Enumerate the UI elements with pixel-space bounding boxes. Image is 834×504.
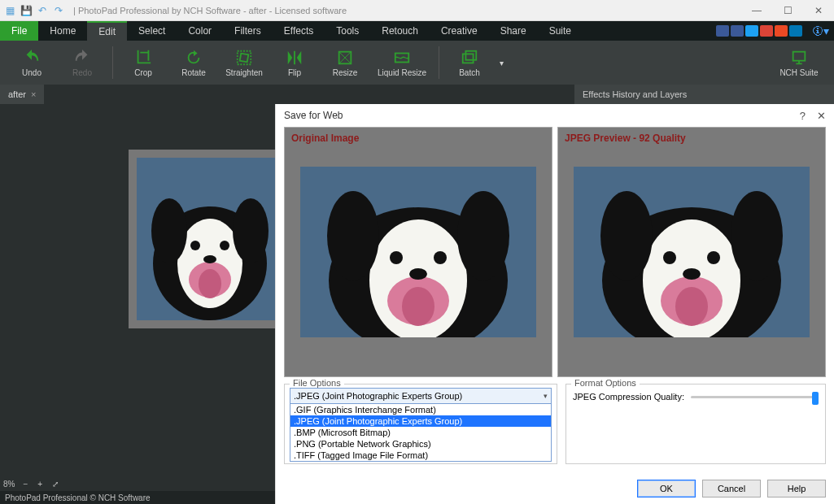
ok-button[interactable]: OK xyxy=(637,480,696,497)
format-options-legend: Format Options xyxy=(571,378,640,388)
maximize-button[interactable]: ☐ xyxy=(772,0,803,21)
svg-point-23 xyxy=(402,287,434,326)
svg-point-13 xyxy=(199,269,221,298)
help-icon[interactable]: 🛈▾ xyxy=(807,21,834,41)
help-button[interactable]: Help xyxy=(767,480,826,497)
zoom-bar: 8% − + ⤢ xyxy=(0,476,163,491)
menu-share[interactable]: Share xyxy=(489,21,538,41)
original-image xyxy=(300,167,536,337)
minimize-button[interactable]: — xyxy=(741,0,772,21)
zoom-out-button[interactable]: − xyxy=(21,480,29,489)
menu-select[interactable]: Select xyxy=(127,21,177,41)
flip-button[interactable]: Flip xyxy=(269,49,320,77)
format-option-png[interactable]: .PNG (Portable Network Graphics) xyxy=(290,438,551,450)
menu-home[interactable]: Home xyxy=(38,21,87,41)
liquid-resize-button[interactable]: Liquid Resize xyxy=(370,49,434,77)
svg-point-30 xyxy=(600,191,653,280)
ribbon-label: Straighten xyxy=(225,68,263,77)
svg-point-15 xyxy=(220,241,229,250)
resize-button[interactable]: Resize xyxy=(320,49,370,77)
format-option-bmp[interactable]: .BMP (Microsoft Bitmap) xyxy=(290,427,551,438)
menu-suite[interactable]: Suite xyxy=(538,21,583,41)
dialog-titlebar: Save for Web ? ✕ xyxy=(276,104,834,127)
zoom-in-button[interactable]: + xyxy=(36,480,44,489)
redo-icon[interactable]: ↷ xyxy=(52,4,65,17)
separator xyxy=(439,46,439,79)
resize-icon xyxy=(336,49,354,67)
document-tab[interactable]: after × xyxy=(0,85,44,104)
zoom-fit-button[interactable]: ⤢ xyxy=(50,480,60,489)
quick-access-toolbar: ▦ 💾 ↶ ↷ xyxy=(0,4,68,17)
ribbon-dropdown[interactable]: ▾ xyxy=(495,59,509,67)
like-icon[interactable] xyxy=(716,25,729,37)
save-icon[interactable]: 💾 xyxy=(20,4,33,17)
nch-suite-button[interactable]: NCH Suite xyxy=(771,49,827,77)
ribbon-label: Batch xyxy=(459,68,480,77)
stumbleupon-icon[interactable] xyxy=(775,25,788,37)
crop-button[interactable]: Crop xyxy=(118,49,168,77)
menu-creative[interactable]: Creative xyxy=(430,21,489,41)
twitter-icon[interactable] xyxy=(745,25,758,37)
app-title: | PhotoPad Professional by NCH Software … xyxy=(73,6,347,15)
format-options-group: Format Options JPEG Compression Quality: xyxy=(565,384,826,464)
batch-button[interactable]: Batch xyxy=(444,49,495,77)
original-caption: Original Image xyxy=(291,133,359,144)
menu-edit[interactable]: Edit xyxy=(87,21,127,41)
menu-effects[interactable]: Effects xyxy=(273,21,325,41)
combobox-value: .JPEG (Joint Photographic Experts Group) xyxy=(294,391,462,401)
options-row: File Options .JPEG (Joint Photographic E… xyxy=(276,377,834,464)
dialog-title: Save for Web xyxy=(284,110,343,121)
window-controls: — ☐ ✕ xyxy=(741,0,834,21)
app-menu-icon[interactable]: ▦ xyxy=(3,4,16,17)
straighten-button[interactable]: Straighten xyxy=(219,49,269,77)
social-icons xyxy=(711,21,807,41)
menu-retouch[interactable]: Retouch xyxy=(370,21,430,41)
menu-file[interactable]: File xyxy=(0,21,38,41)
file-options-group: File Options .JPEG (Joint Photographic E… xyxy=(284,384,557,464)
suite-icon xyxy=(790,49,808,67)
document-tab-label: after xyxy=(8,89,26,99)
svg-rect-5 xyxy=(465,50,476,59)
linkedin-icon[interactable] xyxy=(789,25,802,37)
ribbon-label: Rotate xyxy=(181,68,205,77)
format-option-tiff[interactable]: .TIFF (Tagged Image File Format) xyxy=(290,450,551,461)
close-button[interactable]: ✕ xyxy=(803,0,834,21)
menu-color[interactable]: Color xyxy=(177,21,223,41)
menu-tools[interactable]: Tools xyxy=(325,21,370,41)
googleplus-icon[interactable] xyxy=(760,25,773,37)
cancel-button[interactable]: Cancel xyxy=(702,480,761,497)
ribbon-label: Crop xyxy=(134,68,152,77)
facebook-icon[interactable] xyxy=(731,25,744,37)
svg-point-25 xyxy=(434,251,447,264)
rotate-icon xyxy=(185,49,203,67)
rotate-button[interactable]: Rotate xyxy=(168,49,219,77)
chevron-down-icon: ▾ xyxy=(544,392,548,400)
svg-point-33 xyxy=(675,287,708,326)
slider-thumb[interactable] xyxy=(812,392,819,405)
straighten-icon xyxy=(235,49,253,67)
dialog-close-icon[interactable]: ✕ xyxy=(817,110,826,122)
dialog-help-icon[interactable]: ? xyxy=(800,110,806,122)
undo-icon[interactable]: ↶ xyxy=(36,4,49,17)
jpeg-image xyxy=(574,167,810,337)
svg-point-20 xyxy=(327,191,379,280)
undo-button[interactable]: Undo xyxy=(7,49,57,77)
ribbon: Undo Redo Crop Rotate Straighten Flip Re… xyxy=(0,41,834,85)
svg-point-35 xyxy=(707,251,720,264)
svg-point-31 xyxy=(731,191,783,280)
canvas-thumbnail[interactable] xyxy=(129,150,291,328)
close-tab-icon[interactable]: × xyxy=(31,89,36,99)
svg-point-26 xyxy=(409,268,427,280)
svg-point-16 xyxy=(203,255,216,263)
menu-filters[interactable]: Filters xyxy=(223,21,273,41)
format-option-gif[interactable]: .GIF (Graphics Interchange Format) xyxy=(290,404,551,415)
format-combobox[interactable]: .JPEG (Joint Photographic Experts Group)… xyxy=(290,388,552,404)
format-option-jpeg[interactable]: .JPEG (Joint Photographic Experts Group) xyxy=(290,415,551,427)
jpeg-caption: JPEG Preview - 92 Quality xyxy=(565,133,686,144)
svg-rect-0 xyxy=(238,50,251,64)
side-panel-title: Effects History and Layers xyxy=(574,85,834,104)
quality-slider[interactable] xyxy=(691,396,819,398)
redo-button[interactable]: Redo xyxy=(57,49,107,77)
preview-row: Original Image JPEG Preview - 92 Quality xyxy=(276,127,834,377)
ribbon-label: Flip xyxy=(288,68,301,77)
